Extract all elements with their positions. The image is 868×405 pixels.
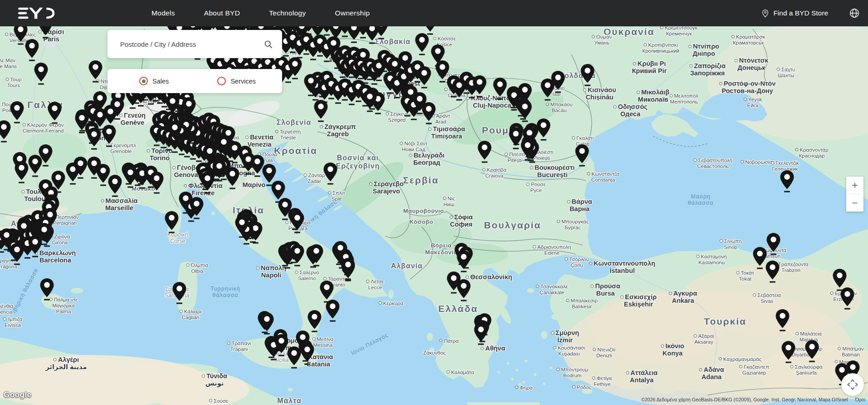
pan-button[interactable] [841, 373, 864, 396]
store-pin[interactable] [47, 101, 62, 124]
store-pin[interactable] [103, 104, 118, 127]
store-pin[interactable] [805, 340, 819, 362]
store-pin[interactable] [341, 257, 356, 280]
store-pin[interactable] [307, 310, 322, 332]
store-pin[interactable] [24, 39, 39, 61]
zoom-out-button[interactable]: − [846, 194, 863, 212]
map-pins-layer [0, 0, 868, 405]
store-pin[interactable] [309, 244, 324, 267]
store-pin[interactable] [477, 140, 492, 163]
nav-menu: Models About BYD Technology Ownership [151, 9, 370, 17]
nav-item-technology[interactable]: Technology [269, 9, 306, 17]
store-pin[interactable] [88, 60, 103, 83]
store-pin[interactable] [775, 309, 790, 331]
store-pin[interactable] [234, 215, 249, 238]
store-pin[interactable] [840, 287, 855, 310]
store-pin[interactable] [456, 279, 471, 301]
store-pin[interactable] [0, 228, 14, 251]
store-pin[interactable] [290, 244, 305, 267]
store-pin[interactable] [551, 70, 566, 93]
sales-radio[interactable] [139, 77, 148, 85]
store-pin[interactable] [14, 161, 29, 183]
location-pin-icon [761, 9, 769, 18]
store-pin[interactable] [164, 211, 179, 233]
nav-item-about[interactable]: About BYD [204, 9, 240, 17]
services-label: Services [230, 78, 256, 85]
store-pin[interactable] [288, 57, 302, 79]
pan-arrows-icon [846, 378, 859, 391]
search-input[interactable] [119, 40, 263, 49]
store-pin[interactable] [575, 144, 590, 167]
store-pin[interactable] [107, 174, 122, 197]
zoom-in-button[interactable]: + [846, 177, 863, 194]
store-pin[interactable] [225, 167, 240, 189]
map-attribution: ©2026 Δεδομένα χάρτη GeoBasis-DE/BKG (©2… [641, 397, 865, 402]
store-pin[interactable] [493, 77, 507, 100]
store-pin[interactable] [189, 197, 204, 219]
store-pin[interactable] [123, 165, 138, 188]
google-logo: Google [4, 390, 32, 400]
store-pin[interactable] [325, 299, 340, 322]
store-pin[interactable] [149, 171, 164, 194]
store-search-card [107, 30, 282, 58]
store-pin[interactable] [102, 124, 117, 147]
filter-option-services[interactable]: Services [217, 77, 256, 85]
store-pin[interactable] [28, 154, 43, 177]
store-pin[interactable] [414, 33, 429, 55]
store-pin[interactable] [259, 312, 274, 335]
find-store-link[interactable]: Find a BYD Store [761, 9, 828, 18]
terms-link[interactable]: Όροι [855, 397, 865, 402]
language-globe-icon[interactable] [849, 8, 860, 19]
store-pin[interactable] [417, 66, 432, 89]
store-pin[interactable] [73, 156, 88, 179]
top-nav: Models About BYD Technology Ownership Fi… [0, 0, 868, 26]
store-pin[interactable] [580, 64, 595, 86]
store-pin[interactable] [780, 170, 795, 193]
store-pin[interactable] [362, 89, 377, 112]
store-pin[interactable] [313, 99, 328, 122]
store-pin[interactable] [520, 138, 535, 161]
store-pin[interactable] [473, 322, 488, 345]
byd-logo[interactable] [18, 7, 55, 20]
sales-label: Sales [152, 78, 169, 85]
store-pin[interactable] [290, 211, 305, 233]
find-store-label: Find a BYD Store [773, 9, 828, 17]
filter-option-sales[interactable]: Sales [139, 77, 169, 85]
services-radio[interactable] [217, 77, 226, 85]
store-pin[interactable] [172, 282, 187, 304]
store-pin[interactable] [323, 162, 338, 185]
store-type-filter: Sales Services [107, 69, 282, 93]
store-pin[interactable] [37, 222, 52, 245]
store-pin[interactable] [303, 74, 318, 96]
store-pin[interactable] [781, 341, 796, 363]
store-pin[interactable] [51, 170, 66, 193]
store-pin[interactable] [536, 118, 551, 141]
store-pin[interactable] [517, 99, 532, 122]
store-pin[interactable] [472, 75, 487, 98]
store-pin[interactable] [456, 250, 471, 272]
attribution-text: ©2026 Δεδομένα χάρτη GeoBasis-DE/BKG (©2… [641, 397, 848, 402]
store-pin[interactable] [300, 342, 315, 365]
store-pin[interactable] [34, 62, 49, 85]
store-pin[interactable] [39, 278, 54, 301]
store-pin[interactable] [766, 232, 781, 255]
store-pin[interactable] [287, 346, 302, 369]
store-pin[interactable] [200, 171, 215, 194]
store-pin[interactable] [167, 120, 182, 143]
map[interactable]: ΓαλλίαΕλβετίαΙταλίαΚροατίαΣλοβενίαΣλοβακ… [0, 0, 868, 405]
search-icon[interactable] [263, 40, 273, 49]
nav-item-ownership[interactable]: Ownership [335, 9, 370, 17]
nav-item-models[interactable]: Models [151, 9, 175, 17]
zoom-control: + − [846, 177, 863, 212]
store-pin[interactable] [765, 260, 780, 283]
store-pin[interactable] [87, 127, 102, 150]
store-pin[interactable] [421, 102, 436, 124]
store-pin[interactable] [10, 101, 24, 123]
